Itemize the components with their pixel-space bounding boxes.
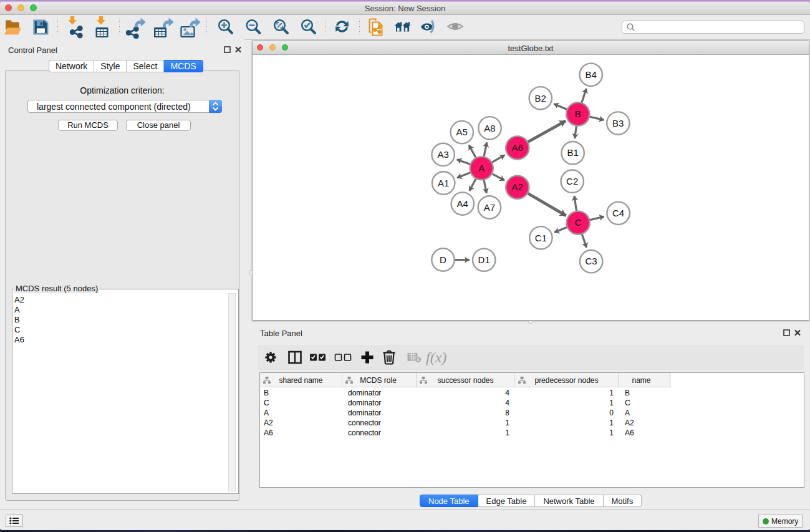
svg-text:B2: B2 — [535, 93, 546, 104]
svg-text:A5: A5 — [456, 127, 468, 137]
svg-text:A7: A7 — [484, 202, 495, 213]
svg-text:A1: A1 — [438, 178, 449, 188]
svg-text:A6: A6 — [512, 142, 523, 153]
svg-text:C: C — [575, 217, 582, 228]
svg-text:A3: A3 — [437, 149, 448, 160]
svg-text:B: B — [575, 109, 581, 119]
svg-text:B4: B4 — [586, 69, 597, 80]
svg-text:C1: C1 — [535, 233, 547, 243]
svg-text:A2: A2 — [512, 181, 523, 192]
svg-text:C2: C2 — [566, 176, 578, 186]
svg-text:A4: A4 — [457, 198, 468, 209]
svg-text:C3: C3 — [586, 256, 597, 266]
svg-text:C4: C4 — [612, 208, 624, 218]
svg-text:f(x): f(x) — [426, 349, 446, 365]
svg-text:D: D — [440, 254, 446, 265]
svg-text:B1: B1 — [567, 147, 578, 158]
svg-text:A8: A8 — [484, 123, 495, 133]
svg-text:B3: B3 — [612, 118, 624, 128]
svg-text:D1: D1 — [478, 254, 490, 265]
svg-text:A: A — [478, 163, 485, 173]
